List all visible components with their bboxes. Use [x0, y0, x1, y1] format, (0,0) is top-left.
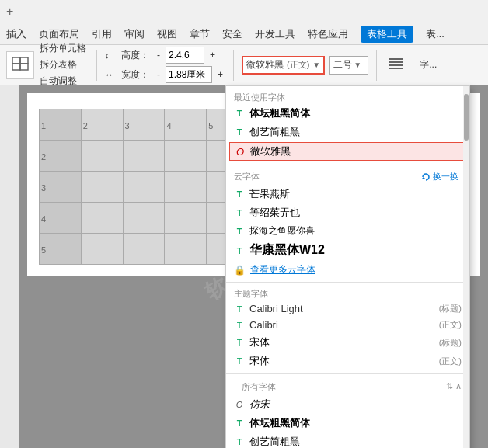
- switch-btn[interactable]: 换一换: [418, 170, 462, 183]
- menu-chapter[interactable]: 章节: [190, 27, 210, 41]
- font-tag: (正文): [439, 319, 462, 331]
- table-cell[interactable]: 2: [40, 141, 82, 172]
- menu-review[interactable]: 审阅: [124, 27, 145, 41]
- menu-reference[interactable]: 引用: [92, 27, 112, 41]
- table-cell[interactable]: [123, 172, 165, 203]
- menu-view[interactable]: 视图: [157, 27, 177, 41]
- font-type-icon: T: [234, 246, 245, 255]
- menu-insert[interactable]: 插入: [6, 27, 26, 41]
- view-more-cloud[interactable]: 🔒 查看更多云字体: [226, 261, 469, 279]
- new-tab-button[interactable]: +: [6, 5, 13, 19]
- font-name-text: 华康黑体W12: [249, 242, 462, 259]
- font-dropdown-arrow: ▼: [312, 61, 320, 69]
- font-item-chuangyi2[interactable]: T 创艺简粗黑: [226, 432, 469, 448]
- table-cell[interactable]: [81, 234, 123, 265]
- font-item-cloud2[interactable]: T 等绍茱弄也: [226, 203, 469, 222]
- font-type-icon: T: [234, 208, 245, 217]
- height-input[interactable]: [166, 47, 204, 64]
- width-label: 宽度：: [119, 68, 152, 82]
- font-type-icon: T: [234, 304, 245, 314]
- split-section: 拆分单元格 拆分表格 自动调整: [6, 41, 89, 89]
- font-circle-icon: O: [235, 146, 246, 158]
- font-item-cloud3[interactable]: T 探海之鱼愿你喜: [226, 222, 469, 240]
- theme-label: 主题字体: [226, 286, 469, 300]
- font-type-icon: T: [234, 109, 245, 118]
- align-svg: [388, 55, 405, 72]
- table-cell[interactable]: [123, 234, 165, 265]
- menu-tabletools[interactable]: 表格工具: [361, 26, 413, 43]
- height-section: ↕ 高度： - +: [105, 47, 225, 64]
- scrollbar-thumb: [464, 94, 469, 141]
- menu-features[interactable]: 特色应用: [308, 27, 348, 41]
- menu-devtools[interactable]: 开发工具: [255, 27, 295, 41]
- recent-label: 最近使用字体: [226, 89, 469, 104]
- font-name-text: 探海之鱼愿你喜: [249, 224, 462, 238]
- lock-icon: 🔒: [234, 265, 246, 276]
- font-item-tatan[interactable]: T 体坛粗黑简体: [226, 104, 469, 123]
- table-cell[interactable]: 1: [40, 109, 82, 141]
- sort-icon[interactable]: ⇅ ∧: [446, 381, 462, 391]
- font-name-text: Calibri Light: [249, 303, 434, 314]
- dropdown-scrollbar[interactable]: [463, 86, 469, 448]
- font-item-chuangyi[interactable]: T 创艺简粗黑: [226, 123, 469, 141]
- table-icon[interactable]: [6, 51, 34, 79]
- font-item-calibri-light[interactable]: T Calibri Light (标题): [226, 300, 469, 317]
- table-cell[interactable]: [81, 203, 123, 234]
- width-input[interactable]: [166, 66, 212, 83]
- font-item-fangsung[interactable]: O 仿宋: [226, 395, 469, 414]
- table-cell[interactable]: 4: [165, 109, 207, 141]
- font-item-yahei[interactable]: O 微软雅黑: [229, 142, 466, 161]
- left-panel: [0, 85, 19, 448]
- font-size-text: 二号: [333, 58, 352, 71]
- char-btn[interactable]: 字...: [413, 58, 440, 71]
- align-icon[interactable]: [385, 55, 408, 75]
- font-item-songti-title[interactable]: T 宋体 (标题): [226, 333, 469, 352]
- font-name-text: 创艺简粗黑: [249, 125, 462, 139]
- table-cell[interactable]: 3: [40, 172, 82, 203]
- width-minus[interactable]: -: [155, 68, 162, 81]
- split-table-btn[interactable]: 拆分表格: [37, 57, 89, 72]
- table-cell[interactable]: 3: [123, 109, 165, 141]
- width-plus[interactable]: +: [215, 68, 225, 81]
- font-name-text: 微软雅黑: [250, 144, 461, 158]
- menu-layout[interactable]: 页面布局: [39, 27, 79, 41]
- font-item-cloud1[interactable]: T 芒果燕斯: [226, 185, 469, 203]
- toolbar: 拆分单元格 拆分表格 自动调整 ↕ 高度： - + ↔ 宽度： - + 微软雅黑…: [0, 45, 488, 85]
- font-item-calibri[interactable]: T Calibri (正文): [226, 317, 469, 333]
- svg-rect-1: [20, 57, 28, 64]
- font-item-tatan2[interactable]: T 体坛粗黑简体: [226, 414, 469, 432]
- font-size-selector[interactable]: 二号 ▼: [329, 56, 368, 75]
- table-cell[interactable]: [165, 172, 207, 203]
- table-cell[interactable]: [165, 234, 207, 265]
- table-cell[interactable]: 5: [40, 234, 82, 265]
- font-dropdown-panel: 最近使用字体 T 体坛粗黑简体 T 创艺简粗黑 O 微软雅黑 云字体: [225, 85, 470, 448]
- table-row: 4: [40, 203, 249, 234]
- table-cell[interactable]: [123, 141, 165, 172]
- cloud-fonts-section: 云字体 换一换 T 芒果燕斯 T 等绍茱弄也 T 探海之鱼愿你喜: [226, 165, 469, 283]
- font-name-text: 芒果燕斯: [249, 187, 462, 201]
- split-cell-btn[interactable]: 拆分单元格: [37, 41, 89, 56]
- font-name-selector[interactable]: 微软雅黑 (正文) ▼: [242, 56, 325, 75]
- height-label: 高度：: [119, 48, 152, 63]
- table-cell[interactable]: 2: [81, 109, 123, 141]
- table-cell[interactable]: [81, 172, 123, 203]
- table-cell[interactable]: [81, 141, 123, 172]
- font-item-songti-body[interactable]: T 宋体 (正文): [226, 352, 469, 370]
- width-icon: ↔: [105, 70, 116, 79]
- table-cell[interactable]: 4: [40, 203, 82, 234]
- table-cell[interactable]: [123, 203, 165, 234]
- menu-security[interactable]: 安全: [222, 27, 242, 41]
- font-item-cloud4[interactable]: T 华康黑体W12: [226, 240, 469, 261]
- height-plus[interactable]: +: [207, 49, 218, 61]
- font-circle-icon: O: [234, 400, 245, 409]
- height-minus[interactable]: -: [155, 49, 162, 61]
- cloud-row: 云字体 换一换: [226, 168, 469, 185]
- table-cell[interactable]: [165, 203, 207, 234]
- table-row: 3: [40, 172, 249, 203]
- size-group: ↕ 高度： - + ↔ 宽度： - +: [105, 47, 225, 83]
- font-tag: (标题): [439, 303, 462, 314]
- table-cell[interactable]: [165, 141, 207, 172]
- view-more-link[interactable]: 查看更多云字体: [250, 263, 315, 276]
- menu-more[interactable]: 表...: [426, 27, 444, 41]
- font-name-text: 等绍茱弄也: [249, 206, 462, 220]
